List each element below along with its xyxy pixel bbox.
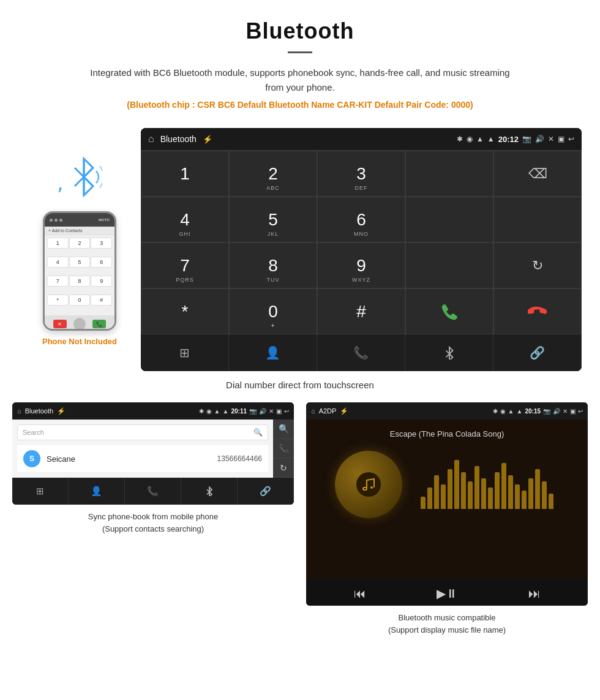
phone-mockup: MOTO + Add to Contacts 1 2 3 4 5 6 7 8 9… [43, 211, 116, 331]
phone-dot [59, 219, 62, 222]
viz-bar [421, 497, 426, 509]
music-status-left: ⌂ A2DP ⚡ [311, 407, 348, 415]
music-prev-button[interactable]: ⏮ [354, 586, 366, 601]
bluetooth-wave-area: ʼ [57, 152, 102, 206]
dial-key-star[interactable]: * [141, 288, 229, 334]
large-screen-caption: Dial number direct from touchscreen [0, 371, 600, 402]
dial-key-3[interactable]: 3DEF [317, 151, 405, 197]
signal-icon: ▲ [487, 135, 495, 143]
pb-nav-grid[interactable]: ⊞ [12, 478, 69, 505]
dial-key-1[interactable]: 1 [141, 151, 229, 197]
contact-initial: S [23, 450, 40, 467]
home-icon: ⌂ [148, 134, 154, 145]
bottom-screenshots: ⌂ Bluetooth ⚡ ✱ ◉ ▲ ▲ 20:11 📷 🔊 ✕ ▣ ↩ [0, 402, 600, 654]
dial-empty-2 [405, 197, 493, 243]
status-bar-title: Bluetooth [160, 134, 197, 144]
end-call-icon [528, 302, 547, 322]
music-screen: ⌂ A2DP ⚡ ✱ ◉ ▲ ▲ 20:15 📷 🔊 ✕ ▣ ↩ [306, 402, 588, 606]
phone-home-button [73, 318, 86, 330]
android-dialpad-screen: ⌂ Bluetooth ⚡ ✱ ◉ ▲ ▲ 20:12 📷 🔊 ✕ ▣ ↩ 1 … [141, 128, 582, 371]
phone-key-3: 3 [91, 238, 112, 249]
pb-action-refresh[interactable]: ↻ [273, 458, 294, 478]
dialpad-area: 1 2ABC 3DEF ⌫ 4GHI 5JKL 6MNO 7PQRS 8TUV … [141, 150, 582, 334]
page-header: Bluetooth Integrated with BC6 Bluetooth … [0, 0, 600, 128]
dial-key-hash[interactable]: # [317, 288, 405, 334]
pb-action-search[interactable]: 🔍 [273, 420, 294, 439]
phone-key-1: 1 [47, 238, 69, 249]
viz-bar [468, 481, 473, 509]
dial-end-button[interactable] [493, 288, 582, 334]
pb-close-icon: ✕ [269, 408, 274, 415]
viz-bar [515, 484, 520, 509]
dial-call-button[interactable] [405, 288, 493, 334]
dial-key-7[interactable]: 7PQRS [141, 243, 229, 288]
dial-key-4[interactable]: 4GHI [141, 197, 229, 243]
phonebook-body: Search 🔍 S Seicane 13566664466 [12, 420, 273, 478]
music-usb-icon: ⚡ [340, 407, 348, 415]
nav-link[interactable]: 🔗 [493, 334, 582, 371]
phone-dot [54, 219, 58, 222]
status-bar-right: ✱ ◉ ▲ ▲ 20:12 📷 🔊 ✕ ▣ ↩ [457, 135, 574, 144]
volume-icon: 🔊 [535, 135, 544, 143]
pb-nav-phone[interactable]: 📞 [125, 478, 181, 505]
dial-key-8[interactable]: 8TUV [229, 243, 317, 288]
phone-not-included-label: Phone Not Included [42, 337, 117, 346]
viz-bar [427, 487, 432, 509]
search-icon[interactable]: 🔍 [253, 428, 263, 437]
nav-recents[interactable]: 📞 [317, 334, 405, 371]
pb-nav-link[interactable]: 🔗 [238, 478, 294, 505]
pb-nav-person[interactable]: 👤 [69, 478, 125, 505]
viz-bar [434, 475, 439, 509]
viz-bar [474, 466, 479, 509]
dial-key-9[interactable]: 9WXYZ [317, 243, 405, 288]
phonebook-inner: Search 🔍 S Seicane 13566664466 🔍 📞 [12, 420, 294, 478]
phone-end-button: ✕ [53, 320, 67, 328]
music-next-button[interactable]: ⏭ [528, 586, 541, 601]
svg-point-0 [370, 486, 373, 489]
dial-refresh[interactable]: ↻ [493, 243, 582, 288]
dial-key-0[interactable]: 0+ [229, 288, 317, 334]
music-status-right: ✱ ◉ ▲ ▲ 20:15 📷 🔊 ✕ ▣ ↩ [493, 408, 583, 415]
phone-dialpad: 1 2 3 4 5 6 7 8 9 * 0 # [45, 235, 114, 315]
music-close-icon: ✕ [563, 408, 568, 415]
dial-key-5[interactable]: 5JKL [229, 197, 317, 243]
nav-bluetooth-bt[interactable] [405, 334, 493, 371]
pb-action-call[interactable]: 📞 [273, 439, 294, 459]
phone-brand: MOTO [99, 218, 110, 222]
android-bottom-nav: ⊞ 👤 📞 🔗 [141, 334, 582, 371]
music-bt-icon: ✱ [493, 408, 498, 415]
add-contact-label: + Add to Contacts [48, 228, 82, 233]
pb-bt-nav-icon [204, 486, 214, 496]
phone-key-4: 4 [47, 257, 69, 268]
music-play-pause-button[interactable]: ▶⏸ [437, 586, 458, 601]
viz-bar [441, 484, 446, 509]
dial-key-2[interactable]: 2ABC [229, 151, 317, 197]
phonebook-main: Search 🔍 S Seicane 13566664466 [12, 420, 273, 478]
dial-key-6[interactable]: 6MNO [317, 197, 405, 243]
usb-icon: ⚡ [203, 135, 212, 144]
pb-home-icon: ⌂ [17, 407, 21, 415]
phone-screen-header: + Add to Contacts [45, 227, 114, 235]
pb-location-icon: ◉ [206, 408, 212, 415]
music-note-icon [361, 477, 376, 492]
bluetooth-nav-icon [443, 346, 456, 359]
pb-nav-bt[interactable] [181, 478, 238, 505]
pb-wifi-icon: ▲ [214, 408, 220, 415]
phone-key-star: * [47, 295, 69, 306]
dial-backspace[interactable]: ⌫ [493, 151, 582, 197]
nav-contacts[interactable]: 👤 [229, 334, 317, 371]
header-description: Integrated with BC6 Bluetooth module, su… [86, 66, 514, 95]
top-section: ʼ MOTO [0, 128, 600, 371]
pb-signal-icon: ▲ [223, 408, 229, 415]
viz-bar [495, 472, 500, 509]
nav-dialpad[interactable]: ⊞ [141, 334, 229, 371]
contact-row[interactable]: S Seicane 13566664466 [17, 445, 268, 473]
viz-bar [528, 478, 533, 509]
music-visualizer [414, 460, 560, 509]
pb-camera-icon: 📷 [249, 408, 257, 415]
window-icon: ▣ [558, 135, 564, 143]
viz-bar [488, 487, 493, 509]
music-camera-icon: 📷 [543, 408, 550, 415]
phone-key-7: 7 [47, 276, 69, 287]
viz-bar [454, 460, 459, 509]
